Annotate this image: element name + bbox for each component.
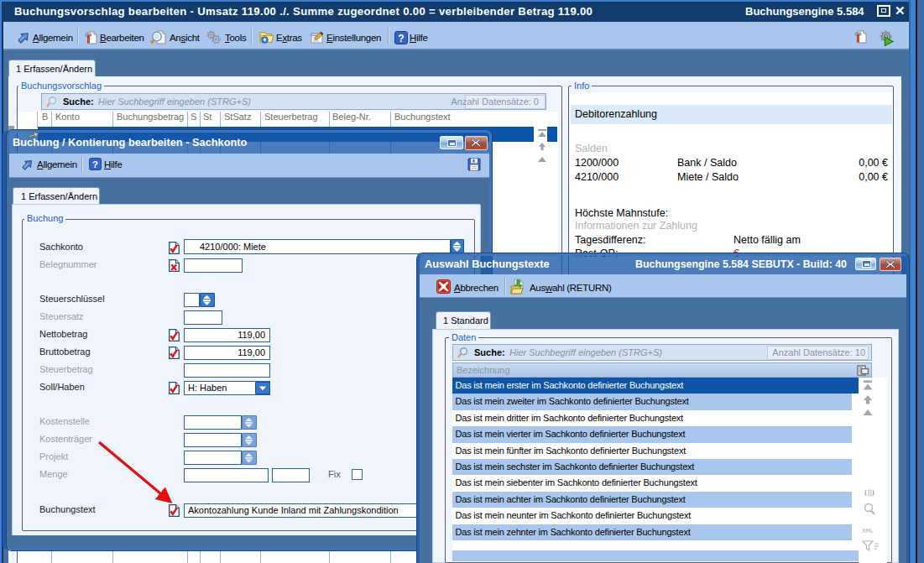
svg-text:?: ? [398, 33, 404, 44]
svg-text:XML: XML [862, 527, 874, 534]
svg-text:?: ? [92, 159, 98, 169]
